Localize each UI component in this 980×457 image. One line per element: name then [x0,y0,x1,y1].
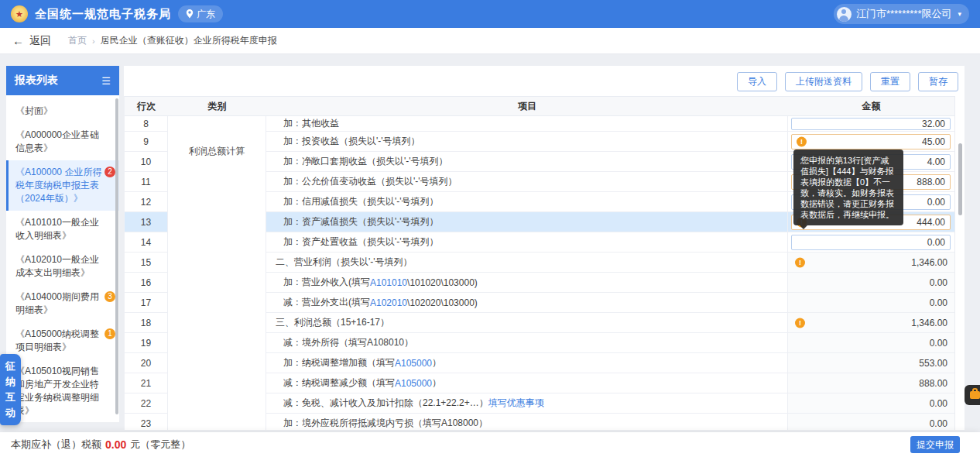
sidebar-scrollbar[interactable] [115,98,118,414]
reset-button[interactable]: 重置 [870,72,910,91]
table-row: 22减：免税、减计收入及加计扣除（22.1+22.2+…） 填写优惠事项0.00 [125,393,954,414]
row-number-cell: 14 [125,232,168,253]
item-cell: 加：资产处置收益（损失以'-'号填列） [266,232,788,253]
tax-due-summary: 本期应补（退）税额 0.00 元（零元整） [11,438,190,452]
tax-interaction-tab-char: 征 [0,359,21,374]
row-number-cell: 10 [125,152,168,172]
item-text: 减：营业外支出(填写 [283,296,370,309]
row-number-cell: 22 [125,393,168,414]
amount-value: 0.00 [927,237,945,248]
warning-icon[interactable]: ! [797,136,807,146]
save-draft-button[interactable]: 暂存 [918,72,958,91]
row-number-cell: 18 [125,313,168,333]
tax-due-amount: 0.00 [105,438,126,451]
sidebar-report-item[interactable]: 《A101010一般企业收入明细表》 [6,211,119,248]
category-cell [168,192,266,212]
category-cell [168,373,266,393]
amount-value: 1,346.00 [911,257,947,268]
row-number-cell: 17 [125,293,168,313]
form-link[interactable]: A105000 [395,378,432,389]
sidebar-report-item[interactable]: 《A102010一般企业成本支出明细表》 [6,248,119,285]
category-cell [168,313,266,333]
item-text: 三、利润总额（15+16-17） [276,316,389,329]
table-row: 15二、营业利润（损失以'-'号填列）!1,346.00 [125,253,954,273]
item-text: 加：资产处置收益（损失以'-'号填列） [283,235,439,249]
user-name: 江门市*********限公司 [856,7,952,21]
item-text: 加：资产减值损失（损失以'-'号填列） [283,215,439,228]
form-link[interactable]: A102010 [370,297,407,308]
validation-tooltip: 您申报的第13行[资产减值损失]【444】与财务报表填报的数据【0】不一致，请核… [793,149,903,225]
row-number-cell: 12 [125,192,168,212]
table-row: 16加：营业外收入(填写A101010\101020\103000)0.00 [125,273,954,293]
table-row: 23加：境外应税所得抵减境内亏损（填写A108000）0.00 [125,414,954,430]
table-scrollbar[interactable] [958,143,962,215]
submit-declaration-button[interactable]: 提交申报 [910,436,960,453]
amount-input[interactable]: !45.00 [791,134,951,149]
tax-interaction-tab[interactable]: 征纳互动 [0,354,21,425]
toolbar: 导入上传附送资料重置暂存 [737,72,958,91]
brand: ★ 全国统一规范电子税务局 广东 [11,5,223,22]
sidebar-report-item[interactable]: 《A000000企业基础信息表》 [6,123,119,160]
sidebar-report-item-label: 《A102010一般企业成本支出明细表》 [15,254,99,278]
category-cell [168,293,266,313]
amount-cell: !1,346.00 [788,313,954,333]
import-button[interactable]: 导入 [737,72,777,91]
category-cell [168,273,266,293]
sidebar-report-item[interactable]: 《A105010视同销售和房地产开发企业特定业务纳税调整明细表》 [6,359,119,422]
amount-value: 444.00 [917,217,945,228]
national-emblem-logo: ★ [11,5,28,22]
form-link[interactable]: A101010 [370,277,407,288]
category-label: 利润总额计算 [168,145,266,158]
sidebar-report-item[interactable]: 《A100000 企业所得税年度纳税申报主表（2024年版）》2 [6,160,119,211]
user-menu[interactable]: 江门市*********限公司 ▾ [834,4,969,24]
category-cell [168,353,266,373]
row-number-cell: 21 [125,373,168,393]
row-number-cell: 8 [125,116,168,132]
hamburger-icon[interactable]: ☰ [101,76,111,86]
sidebar-report-item[interactable]: 《封面》 [6,99,119,123]
breadcrumb-separator: › [92,36,95,46]
col-header-row-no: 行次 [125,97,168,115]
item-text: 加：营业外收入(填写 [283,276,370,289]
category-cell [168,414,266,430]
item-cell: 加：公允价值变动收益（损失以'-'号填列） [266,172,788,192]
table-row: 17减：营业外支出(填写A102010\102020\103000)0.00 [125,293,954,313]
table-row: 18三、利润总额（15+16-17）!1,346.00 [125,313,954,333]
error-count-badge: 3 [105,291,115,302]
item-cell: 加：投资收益（损失以'-'号填列） [266,132,788,152]
sidebar-report-item[interactable]: 《A104000期间费用明细表》3 [6,285,119,322]
amount-value: 0.00 [927,197,945,208]
sidebar-report-item[interactable]: 《A105000纳税调整项目明细表》1 [6,322,119,359]
table-row: 14加：资产处置收益（损失以'-'号填列）0.00 [125,232,954,253]
row-number-cell: 13 [125,212,168,232]
category-cell [168,212,266,232]
amount-value: 0.00 [930,398,947,409]
amount-value: 32.00 [922,119,945,129]
item-cell: 加：信用减值损失（损失以'-'号填列） [266,192,788,212]
item-cell: 加：纳税调整增加额（填写A105000） [266,353,788,373]
tax-due-suffix: 元（零元整） [130,438,190,452]
warning-icon[interactable]: ! [795,318,805,328]
breadcrumb: 首页 › 居民企业（查账征收）企业所得税年度申报 [68,34,277,47]
item-text: \102020\103000) [407,297,478,308]
item-cell: 三、利润总额（15+16-17） [266,313,788,333]
floating-toolbox-button[interactable] [965,385,980,405]
item-text: 加：净敞口套期收益（损失以'-'号填列） [283,155,448,168]
upload-attachments-button[interactable]: 上传附送资料 [785,72,862,91]
back-label: 返回 [29,34,51,48]
briefcase-icon [970,391,980,399]
footer-bar: 本期应补（退）税额 0.00 元（零元整） 提交申报 [0,432,980,457]
category-cell [168,393,266,414]
amount-input[interactable]: 32.00 [791,118,951,130]
form-link[interactable]: 填写优惠事项 [488,397,544,410]
amount-cell: 0.00 [788,393,954,414]
breadcrumb-home[interactable]: 首页 [68,34,87,47]
warning-icon[interactable]: ! [795,257,805,267]
sidebar-report-item-label: 《A105010视同销售和房地产开发企业特定业务纳税调整明细表》 [15,366,99,416]
topbar: ★ 全国统一规范电子税务局 广东 江门市*********限公司 ▾ [0,0,980,28]
tax-interaction-tab-char: 互 [0,390,21,405]
amount-input[interactable]: 0.00 [791,235,951,250]
sidebar-report-item-label: 《封面》 [15,105,53,116]
form-link[interactable]: A105000 [395,358,432,369]
back-button[interactable]: ← 返回 [12,34,51,48]
